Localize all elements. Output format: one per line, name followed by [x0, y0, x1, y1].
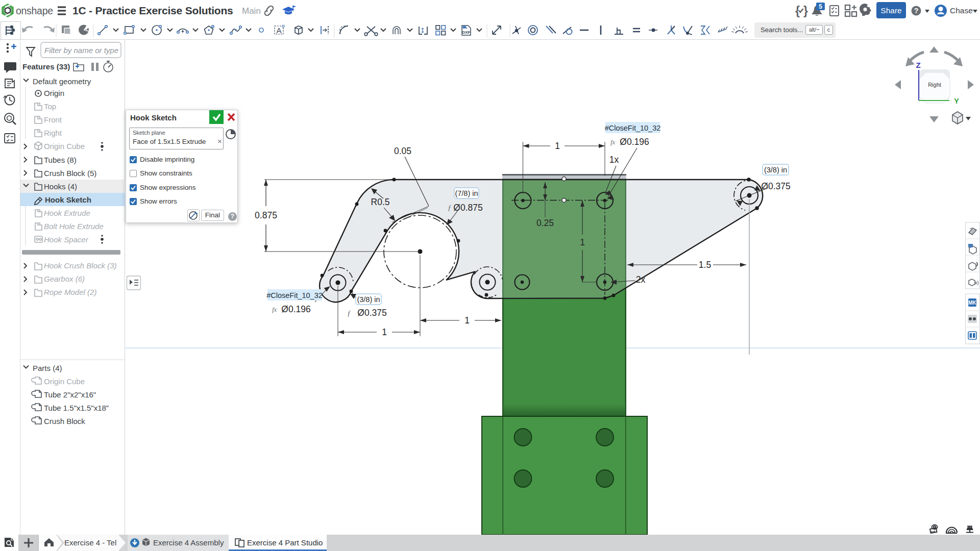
svg-text:Gearbox (6): Gearbox (6) [44, 274, 85, 283]
svg-text:Origin: Origin [44, 89, 64, 97]
svg-text:Tube 2"x2"x16": Tube 2"x2"x16" [44, 390, 96, 399]
svg-text:Share: Share [880, 6, 901, 15]
svg-text:Hooks (4): Hooks (4) [44, 182, 77, 191]
svg-text:1C - Practice Exercise Solutio: 1C - Practice Exercise Solutions [72, 5, 233, 16]
svg-text:Origin Cube: Origin Cube [44, 142, 85, 151]
svg-text:Default geometry: Default geometry [33, 77, 91, 86]
svg-text:Y: Y [954, 96, 959, 105]
svg-text:Right: Right [44, 129, 62, 137]
svg-text:Main: Main [242, 6, 261, 16]
svg-text:Rope Model (2): Rope Model (2) [44, 288, 96, 296]
svg-text:Origin Cube: Origin Cube [44, 377, 85, 386]
svg-text:Exercise 4 - Tel: Exercise 4 - Tel [64, 538, 116, 547]
svg-text:Front: Front [44, 115, 62, 124]
svg-text:Z: Z [916, 61, 920, 69]
svg-text:Top: Top [44, 102, 56, 111]
svg-text:Tubes (8): Tubes (8) [44, 156, 77, 164]
svg-text:}: } [803, 4, 808, 17]
svg-text:Hook Extrude: Hook Extrude [44, 209, 90, 217]
svg-text:DXF: DXF [462, 30, 471, 35]
svg-text:Exercise 4 Part Studio: Exercise 4 Part Studio [247, 538, 323, 547]
svg-text:Hook Crush Block (3): Hook Crush Block (3) [44, 261, 117, 270]
svg-text:Crush Block (5): Crush Block (5) [44, 169, 96, 178]
svg-text:5: 5 [819, 3, 822, 10]
svg-text:Parts (4): Parts (4) [33, 364, 62, 372]
svg-text:Tube 1.5"x1.5"x18": Tube 1.5"x1.5"x18" [44, 404, 109, 412]
svg-text:?: ? [914, 7, 919, 15]
svg-text:Filter by name or type: Filter by name or type [44, 46, 118, 55]
svg-text:Features (33): Features (33) [22, 62, 70, 71]
svg-text:Bolt Hole Extrude: Bolt Hole Extrude [44, 222, 104, 231]
svg-text:A: A [276, 26, 281, 35]
svg-text:x): x) [975, 280, 979, 285]
svg-text:Crush Block: Crush Block [44, 417, 85, 425]
svg-text:Right: Right [928, 82, 941, 88]
svg-text:MK: MK [968, 300, 976, 306]
svg-text:onshape: onshape [16, 5, 53, 16]
svg-text:Exercise 4 Assembly: Exercise 4 Assembly [153, 538, 224, 547]
svg-text:Chase: Chase [950, 6, 973, 15]
svg-text:Hook Sketch: Hook Sketch [45, 195, 91, 204]
svg-text:Hook Spacer: Hook Spacer [44, 235, 89, 244]
